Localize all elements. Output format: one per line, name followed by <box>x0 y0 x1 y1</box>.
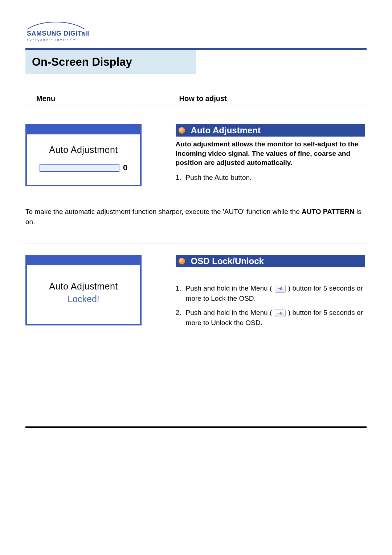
note-pre: To make the automatic adjustment functio… <box>25 208 302 215</box>
title-bar: On-Screen Display <box>25 50 367 74</box>
section-label: OSD Lock/Unlock <box>191 256 264 266</box>
brand-logo: SAMSUNG DIGITall everyone's invited™ <box>27 22 367 42</box>
step: 1. Push the Auto button. <box>176 173 365 183</box>
bullet-icon <box>179 127 185 134</box>
brand-tagline: everyone's invited™ <box>27 38 367 42</box>
step: 1. Push and hold in the Menu ( ) button … <box>176 283 365 304</box>
howto-column: OSD Lock/Unlock 1. Push and hold in the … <box>176 255 367 332</box>
section-label: Auto Adjustment <box>191 125 261 135</box>
section-steps: 1. Push the Auto button. <box>176 173 365 183</box>
section-divider <box>25 243 367 244</box>
brand-name-1: SAMSUNG DIGIT <box>27 30 81 37</box>
osd-titlebar <box>27 126 140 134</box>
osd-progress-value: 0 <box>123 163 127 173</box>
logo-swoosh-icon <box>27 22 85 30</box>
step-number: 1. <box>176 173 183 183</box>
section-description: Auto adjustment allows the monitor to se… <box>176 139 365 167</box>
columns-header: Menu How to adjust <box>25 94 367 106</box>
section-auto-adjustment: Auto Adjustment 0 Auto Adjustment Auto a… <box>25 124 367 186</box>
auto-pattern-note: To make the automatic adjustment functio… <box>25 207 367 227</box>
section-osd-lock: Auto Adjustment Locked! OSD Lock/Unlock … <box>25 255 367 332</box>
osd-heading: Auto Adjustment <box>33 281 134 292</box>
osd-body: Auto Adjustment Locked! <box>27 265 140 324</box>
osd-locked-text: Locked! <box>33 294 134 304</box>
step: 2. Push and hold in the Menu ( ) button … <box>176 308 365 328</box>
menu-column: Auto Adjustment 0 <box>25 124 176 186</box>
menu-button-icon <box>275 309 286 317</box>
step-text: Push and hold in the Menu ( ) button for… <box>186 283 365 304</box>
bullet-icon <box>179 258 185 264</box>
osd-body: Auto Adjustment 0 <box>27 134 140 185</box>
column-header-menu: Menu <box>25 94 176 103</box>
title-bar-left: On-Screen Display <box>25 50 196 74</box>
osd-dialog-auto: Auto Adjustment 0 <box>25 124 142 186</box>
step-text: Push the Auto button. <box>186 173 365 183</box>
osd-progress-row: 0 <box>33 163 134 173</box>
brand-name-2: all <box>81 30 89 37</box>
footer-rule <box>25 426 367 428</box>
section-label-bar: OSD Lock/Unlock <box>176 255 365 267</box>
page: SAMSUNG DIGITall everyone's invited™ On-… <box>0 0 392 443</box>
note-strong: AUTO PATTERN <box>302 208 355 215</box>
section-steps: 1. Push and hold in the Menu ( ) button … <box>176 283 365 328</box>
brand-wordmark: SAMSUNG DIGITall <box>27 30 367 37</box>
column-header-howto: How to adjust <box>176 94 367 103</box>
title-bar-right <box>196 50 367 74</box>
step-text: Push and hold in the Menu ( ) button for… <box>186 308 365 328</box>
page-title: On-Screen Display <box>32 56 132 69</box>
menu-column: Auto Adjustment Locked! <box>25 255 176 325</box>
osd-progress-bar <box>40 164 119 172</box>
step-pre: Push and hold in the Menu ( <box>186 284 274 292</box>
osd-titlebar <box>27 256 140 265</box>
section-label-bar: Auto Adjustment <box>176 124 365 137</box>
howto-column: Auto Adjustment Auto adjustment allows t… <box>176 124 367 186</box>
osd-heading: Auto Adjustment <box>33 145 134 155</box>
step-pre: Push and hold in the Menu ( <box>186 309 274 316</box>
osd-dialog-locked: Auto Adjustment Locked! <box>25 255 142 325</box>
menu-button-icon <box>275 285 286 293</box>
step-number: 1. <box>176 283 183 304</box>
step-number: 2. <box>176 308 183 328</box>
